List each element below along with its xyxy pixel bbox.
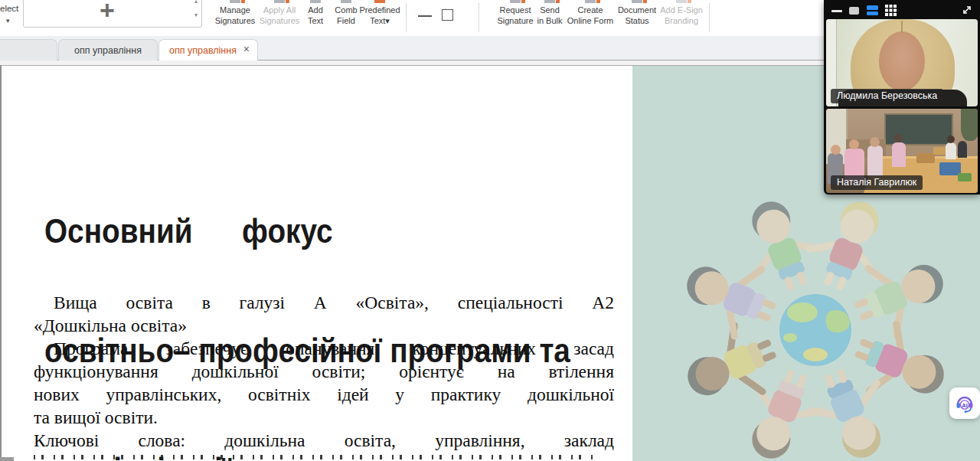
video2-person xyxy=(892,142,906,167)
add-esign-branding-button: Add E-Sign Branding xyxy=(654,5,709,26)
toolbar-divider xyxy=(709,3,710,32)
add-signature-plus-icon[interactable]: + xyxy=(24,0,191,27)
rectangle-shape-tool[interactable] xyxy=(442,9,453,21)
heading-line-1: Основний фокус xyxy=(44,211,637,251)
participant-name-badge: Наталія Гаврилюк xyxy=(831,175,923,190)
comb-field-icon xyxy=(341,0,351,3)
apply-all-signatures-icon xyxy=(274,0,285,3)
body-line: нових управлінських, освітніх ідей у пра… xyxy=(34,384,614,407)
tab-partial[interactable] xyxy=(0,39,57,60)
minimize-icon[interactable] xyxy=(831,10,842,12)
toolbar-divider xyxy=(479,3,479,32)
dropdown-caret-icon: ▾ xyxy=(385,16,390,25)
tab-opp-upravlinnia-1[interactable]: опп управління xyxy=(58,39,158,60)
video2-person-head xyxy=(831,145,841,155)
video2-plant xyxy=(961,109,978,141)
body-line: Вища освіта в галузі А «Освіта», спеціал… xyxy=(34,292,614,315)
document-status-icon xyxy=(632,0,642,3)
body-line: функціонування дошкільної освіти; орієнт… xyxy=(34,361,614,384)
line-shape-tool[interactable] xyxy=(418,15,432,17)
video2-item xyxy=(958,173,972,181)
select-tool-button[interactable]: elect xyxy=(0,4,21,13)
window-corner-fragment xyxy=(0,457,14,461)
video2-basket xyxy=(916,153,935,163)
body-line: Програма забезпечує опанування концептуа… xyxy=(34,338,614,361)
predefined-text-button[interactable]: Predefined Text▾ xyxy=(352,5,407,26)
signature-preview-box[interactable]: + ▴ ▾ xyxy=(23,0,202,28)
tab-close-icon[interactable]: × xyxy=(243,43,250,55)
ai-label: AI xyxy=(962,401,968,408)
ai-headset-icon: AI xyxy=(954,393,975,414)
video2-person xyxy=(946,142,956,159)
body-line: «Дошкільна освіта» xyxy=(34,315,614,338)
participant-video-1[interactable]: Людмила Березовська xyxy=(826,19,978,106)
participant-name-badge: Людмила Березовська xyxy=(831,89,943,103)
predefined-text-icon xyxy=(374,0,385,3)
body-line: Ключові слова: дошкільна освіта, управлі… xyxy=(34,430,614,453)
toolbar-divider xyxy=(406,3,407,32)
speaker-view-icon[interactable] xyxy=(849,7,859,15)
select-dropdown-caret-icon[interactable]: ▾ xyxy=(6,17,10,25)
create-online-form-icon xyxy=(585,0,596,3)
video1-person-face xyxy=(879,31,925,91)
video-call-overlay[interactable]: Людмила Березовська Наталія Гаврилюк xyxy=(824,0,980,195)
ai-assistant-button[interactable]: AI xyxy=(949,387,980,419)
expand-icon[interactable] xyxy=(962,5,972,15)
add-text-icon xyxy=(310,0,321,3)
video2-person-head xyxy=(870,137,880,147)
video2-person xyxy=(867,145,883,176)
video2-person xyxy=(958,141,967,158)
send-in-bulk-icon xyxy=(544,0,555,3)
video2-person-head xyxy=(849,139,859,149)
children-around-globe-illustration xyxy=(674,196,980,461)
video2-person-head xyxy=(894,134,903,142)
video1-hair-part xyxy=(901,21,903,33)
select-tool-label: elect xyxy=(0,4,18,13)
manage-signatures-icon xyxy=(230,0,240,3)
video-call-titlebar[interactable] xyxy=(824,0,980,18)
gallery-view-icon[interactable] xyxy=(885,5,897,16)
signature-scroll-down-icon[interactable]: ▾ xyxy=(192,12,200,18)
request-signature-icon xyxy=(510,0,521,3)
body-line: та вищої освіти. xyxy=(34,407,614,430)
participant-video-2[interactable]: Наталія Гаврилюк xyxy=(826,109,978,193)
tab-opp-upravlinnia-2-active[interactable]: опп управління × xyxy=(158,39,258,60)
stacked-view-icon[interactable] xyxy=(867,5,878,15)
signature-scroll-up-icon[interactable]: ▴ xyxy=(192,0,200,5)
clipped-text-line xyxy=(34,455,597,459)
video2-person-head xyxy=(947,136,955,143)
slide-body-text: Вища освіта в галузі А «Освіта», спеціал… xyxy=(34,292,614,453)
add-esign-branding-icon xyxy=(676,0,687,3)
